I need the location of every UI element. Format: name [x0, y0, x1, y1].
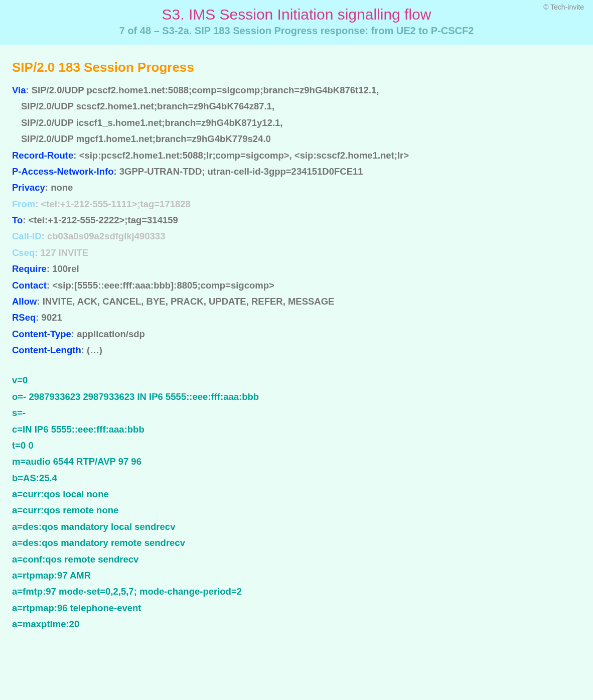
- sdp-line: s=-: [12, 405, 581, 421]
- sip-header: To: <tel:+1-212-555-2222>;tag=314159: [12, 212, 581, 228]
- sip-header: P-Access-Network-Info: 3GPP-UTRAN-TDD; u…: [12, 164, 581, 180]
- sip-header: Content-Length: (…): [12, 342, 581, 358]
- header-name: Record-Route: [12, 150, 73, 161]
- sip-header-continuation: SIP/2.0/UDP mgcf1.home1.net;branch=z9hG4…: [12, 131, 581, 147]
- sdp-line: v=0: [12, 372, 581, 388]
- sdp-line: a=rtpmap:96 telephone-event: [12, 600, 581, 616]
- header-value: cb03a0s09a2sdfglkj490333: [47, 231, 166, 241]
- header-value: <sip:[5555::eee:fff:aaa:bbb]:8805;comp=s…: [52, 280, 274, 291]
- sdp-line: t=0 0: [12, 438, 581, 454]
- sdp-body: v=0o=- 2987933623 2987933623 IN IP6 5555…: [12, 372, 581, 632]
- header-name: To: [12, 215, 23, 225]
- header-name: Privacy: [12, 182, 45, 193]
- sdp-line: o=- 2987933623 2987933623 IN IP6 5555::e…: [12, 389, 581, 405]
- sdp-line: a=curr:qos remote none: [12, 502, 581, 518]
- header-value: INVITE, ACK, CANCEL, BYE, PRACK, UPDATE,…: [43, 296, 335, 307]
- header-value: <tel:+1-212-555-2222>;tag=314159: [29, 215, 178, 225]
- sdp-line: a=rtpmap:97 AMR: [12, 568, 581, 584]
- header-name: Require: [12, 263, 47, 274]
- sip-header: Call-ID: cb03a0s09a2sdfglkj490333: [12, 228, 581, 244]
- sdp-line: a=fmtp:97 mode-set=0,2,5,7; mode-change-…: [12, 584, 581, 600]
- header-value: <sip:pcscf2.home1.net:5088;lr;comp=sigco…: [79, 150, 409, 161]
- sdp-line: a=conf:qos remote sendrecv: [12, 551, 581, 568]
- header-name: P-Access-Network-Info: [12, 166, 114, 177]
- header-value: application/sdp: [77, 329, 145, 339]
- header-value: (…): [87, 345, 102, 355]
- sdp-line: c=IN IP6 5555::eee:fff:aaa:bbb: [12, 422, 581, 438]
- sdp-line: a=maxptime:20: [12, 616, 581, 632]
- sip-header-continuation: SIP/2.0/UDP scscf2.home1.net;branch=z9hG…: [12, 98, 581, 114]
- header-name: Cseq: [12, 247, 35, 258]
- sip-header: From: <tel:+1-212-555-1111>;tag=171828: [12, 196, 581, 212]
- sip-headers: Via: SIP/2.0/UDP pcscf2.home1.net:5088;c…: [12, 82, 581, 358]
- sip-header: Require: 100rel: [12, 261, 581, 277]
- header-value: SIP/2.0/UDP icscf1_s.home1.net;branch=z9…: [21, 117, 283, 128]
- sip-header: Content-Type: application/sdp: [12, 326, 581, 342]
- copyright-label: © Tech-invite: [543, 3, 584, 11]
- page-subtitle: 7 of 48 – S3-2a. SIP 183 Session Progres…: [10, 25, 583, 37]
- sdp-line: a=des:qos mandatory local sendrecv: [12, 519, 581, 535]
- sip-header: Allow: INVITE, ACK, CANCEL, BYE, PRACK, …: [12, 294, 581, 310]
- header-name: Content-Type: [12, 329, 71, 339]
- sdp-line: a=curr:qos local none: [12, 486, 581, 502]
- header-value: 100rel: [52, 263, 79, 274]
- header-value: 127 INVITE: [41, 247, 89, 258]
- header-name: From: [12, 199, 35, 209]
- header-value: none: [51, 182, 73, 193]
- sip-header-continuation: SIP/2.0/UDP icscf1_s.home1.net;branch=z9…: [12, 115, 581, 131]
- sdp-line: a=des:qos mandatory remote sendrecv: [12, 535, 581, 551]
- sip-header: Privacy: none: [12, 180, 581, 196]
- sdp-line: m=audio 6544 RTP/AVP 97 96: [12, 454, 581, 470]
- sip-header: Via: SIP/2.0/UDP pcscf2.home1.net:5088;c…: [12, 82, 581, 98]
- header-value: SIP/2.0/UDP pcscf2.home1.net:5088;comp=s…: [32, 85, 379, 95]
- header-name: Allow: [12, 296, 37, 307]
- header-value: <tel:+1-212-555-1111>;tag=171828: [41, 199, 191, 209]
- header-value: 9021: [42, 312, 62, 323]
- header-value: 3GPP-UTRAN-TDD; utran-cell-id-3gpp=23415…: [119, 166, 363, 177]
- banner: © Tech-invite S3. IMS Session Initiation…: [0, 0, 593, 45]
- sip-header: Contact: <sip:[5555::eee:fff:aaa:bbb]:88…: [12, 277, 581, 294]
- header-name: Contact: [12, 280, 47, 291]
- header-name: Content-Length: [12, 345, 81, 355]
- sip-status-line: SIP/2.0 183 Session Progress: [12, 60, 581, 75]
- sip-header: Record-Route: <sip:pcscf2.home1.net:5088…: [12, 148, 581, 164]
- sip-header: RSeq: 9021: [12, 310, 581, 326]
- header-value: SIP/2.0/UDP scscf2.home1.net;branch=z9hG…: [21, 101, 274, 111]
- page-title: S3. IMS Session Initiation signalling fl…: [10, 6, 583, 23]
- message-body: SIP/2.0 183 Session Progress Via: SIP/2.…: [0, 45, 593, 652]
- sip-header: Cseq: 127 INVITE: [12, 245, 581, 261]
- header-name: RSeq: [12, 312, 36, 323]
- sdp-line: b=AS:25.4: [12, 470, 581, 486]
- header-name: Call-ID: [12, 231, 42, 241]
- header-name: Via: [12, 85, 26, 95]
- header-value: SIP/2.0/UDP mgcf1.home1.net;branch=z9hG4…: [21, 133, 271, 144]
